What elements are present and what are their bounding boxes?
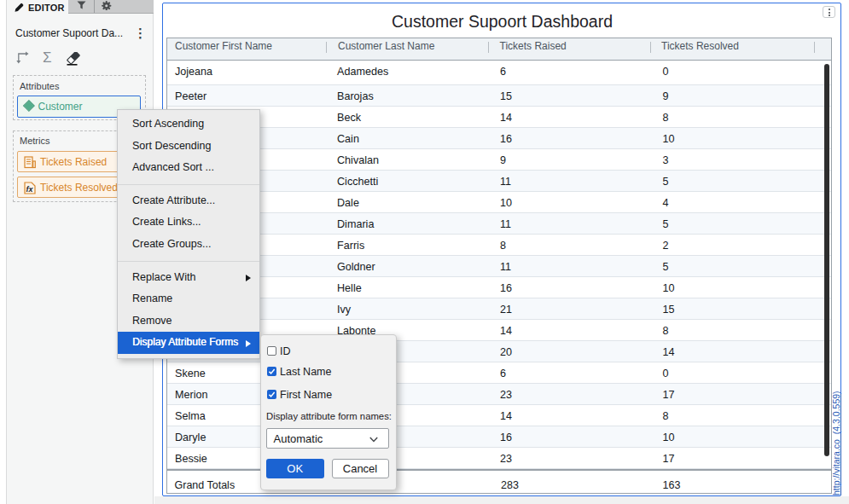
svg-text:fx: fx [26, 184, 33, 193]
